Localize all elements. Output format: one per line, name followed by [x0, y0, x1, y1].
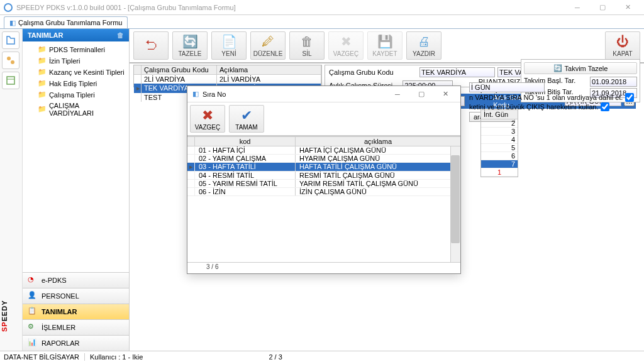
nav-epdks[interactable]: ◔e-PDKS [23, 272, 129, 288]
grid-header-kod[interactable]: Çalışma Grubu Kodu [142, 65, 217, 74]
dialog-grid-header-kod[interactable]: kod [195, 137, 296, 146]
document-tabs: ◧ Çalışma Grubu Tanımlama Formu [0, 15, 644, 29]
nav-personel[interactable]: 👤PERSONEL [23, 288, 129, 304]
nav-tree: 📁PDKS Terminalleri 📁İzin Tipleri 📁Kazanç… [23, 41, 129, 272]
nav-header-delete-icon[interactable]: 🗑 [117, 31, 124, 39]
label-kodu: Çalışma Grubu Kodu [329, 69, 417, 76]
intgun-row[interactable]: 6 [481, 152, 518, 160]
nav-islemler[interactable]: ⚙İŞLEMLER [23, 319, 129, 335]
intgun-row[interactable]: 4 [481, 136, 518, 144]
kaydet-button: 💾KAYDET [367, 31, 402, 60]
nav-header-label: TANIMLAR [28, 31, 64, 39]
dialog-grid-header-aciklama[interactable]: açıklama [296, 137, 460, 146]
intgun-row[interactable]: 2 [481, 119, 518, 128]
svg-point-1 [7, 57, 11, 60]
label-sira: n VARDİYA SIRA NO 'su 1 olan vardiyaya d… [469, 94, 623, 101]
tree-item[interactable]: 📁Hak Ediş Tipleri [23, 78, 129, 89]
app-icon [4, 3, 13, 12]
brand-label: SPEEDY [0, 300, 9, 332]
status-user: Kullanıcı : 1 - Ikie [90, 353, 143, 361]
yazdir-button[interactable]: 🖨YAZDIR [406, 31, 441, 60]
tree-item[interactable]: 📁İzin Tipleri [23, 55, 129, 67]
dialog-grid[interactable]: kod açıklama 01 - HAFTA İÇİHAFTA İÇİ ÇAL… [187, 136, 460, 262]
dialog-close[interactable]: ✕ [435, 88, 455, 101]
dialog-title: Sıra No [203, 90, 226, 98]
tree-item[interactable]: 📁ÇALIŞMA VARDİYALARI [23, 101, 129, 118]
dialog-status: 3 / 6 [187, 262, 460, 273]
kapat-button[interactable]: ⏻KAPAT [605, 31, 640, 60]
chk-kucuk[interactable] [601, 102, 609, 111]
svg-point-0 [4, 4, 12, 11]
folder-icon: 📁 [38, 57, 47, 65]
form-icon: ◧ [9, 19, 16, 27]
folder-icon: 📁 [38, 90, 47, 99]
intgun-grid[interactable]: İnt. Gün 2 3 4 5 6 7 1 [480, 109, 518, 177]
vazgec-button: ✖VAZGEÇ [328, 31, 364, 60]
yeni-button[interactable]: 📄YENİ [211, 31, 247, 60]
cancel-icon: ✖ [202, 107, 213, 124]
dialog-maximize[interactable]: ▢ [411, 88, 431, 101]
left-tool-1[interactable] [2, 31, 19, 49]
window-maximize[interactable]: ▢ [590, 1, 615, 14]
status-bar: DATA-NET BİLGİSAYAR Kullanıcı : 1 - Ikie… [0, 351, 644, 362]
nav-raporlar[interactable]: 📊RAPORLAR [23, 335, 129, 351]
window-title: SPEEDY PDKS v:1.0.0 build 0001 - [Çalışm… [16, 4, 236, 11]
refresh-icon: 🔄 [553, 64, 562, 72]
nav-panel: TANIMLAR 🗑 📁PDKS Terminalleri 📁İzin Tipl… [23, 29, 130, 351]
ok-icon: ✔ [241, 107, 252, 124]
status-pager: 2 / 3 [269, 353, 282, 361]
tree-item[interactable]: 📁Kazanç ve Kesinti Tipleri [23, 67, 129, 78]
sira-no-dialog: ◧ Sıra No ─ ▢ ✕ ✖VAZGEÇ ✔TAMAM kod açıkl… [187, 85, 461, 274]
dialog-grid-scrollbar[interactable] [450, 146, 460, 262]
back-button[interactable]: ⮌ [133, 31, 169, 60]
group-grid[interactable]: Çalışma Grubu Kodu Açıklama 2Lİ VARDİYA2… [133, 65, 322, 87]
dialog-vazgec-button[interactable]: ✖VAZGEÇ [190, 105, 225, 133]
dialog-icon: ◧ [192, 90, 199, 98]
folder-icon: 📁 [38, 45, 47, 54]
left-tool-3[interactable] [2, 72, 19, 89]
document-tab-label: Çalışma Grubu Tanımlama Formu [18, 19, 122, 26]
main-toolbar: ⮌ 🔄TAZELE 📄YENİ 🖉DÜZENLE 🗑SİL ✖VAZGEÇ 💾K… [130, 29, 644, 63]
grid-header-aciklama[interactable]: Açıklama [217, 65, 321, 74]
left-toolbar: SPEEDY [0, 29, 23, 351]
takvim-tazele-button[interactable]: 🔄 Takvim Tazele [524, 62, 637, 74]
tree-item[interactable]: 📁Çalışma Tipleri [23, 89, 129, 101]
input-artik2[interactable] [469, 82, 545, 92]
tree-item[interactable]: 📁PDKS Terminalleri [23, 44, 129, 55]
intgun-row[interactable]: 5 [481, 144, 518, 152]
window-titlebar: SPEEDY PDKS v:1.0.0 build 0001 - [Çalışm… [0, 0, 644, 15]
dialog-minimize[interactable]: ─ [387, 88, 408, 101]
intgun-row[interactable]: 3 [481, 128, 518, 136]
input-kodu[interactable] [419, 67, 495, 77]
window-close[interactable]: ✕ [615, 1, 640, 14]
nav-header: TANIMLAR 🗑 [23, 29, 129, 41]
intgun-header: İnt. Gün [481, 110, 518, 119]
intgun-row[interactable]: 7 [481, 160, 518, 168]
nav-tanimlar[interactable]: 📋TANIMLAR [23, 304, 129, 319]
status-host: DATA-NET BİLGİSAYAR [4, 353, 79, 361]
folder-icon: 📁 [38, 68, 47, 77]
chk-sira[interactable] [625, 93, 634, 102]
sil-button[interactable]: 🗑SİL [289, 31, 325, 60]
nav-bottom: ◔e-PDKS 👤PERSONEL 📋TANIMLAR ⚙İŞLEMLER 📊R… [23, 272, 129, 351]
left-tool-2[interactable] [2, 52, 19, 69]
folder-icon: 📁 [38, 79, 47, 88]
window-minimize[interactable]: ─ [565, 1, 590, 14]
folder-icon: 📁 [38, 105, 47, 114]
intgun-last: 1 [481, 168, 518, 177]
tazele-button[interactable]: 🔄TAZELE [172, 31, 208, 60]
dialog-tamam-button[interactable]: ✔TAMAM [229, 105, 264, 133]
duzenle-button[interactable]: 🖉DÜZENLE [250, 31, 286, 60]
document-tab[interactable]: ◧ Çalışma Grubu Tanımlama Formu [4, 16, 128, 28]
svg-point-2 [11, 60, 14, 64]
svg-rect-3 [7, 77, 14, 84]
